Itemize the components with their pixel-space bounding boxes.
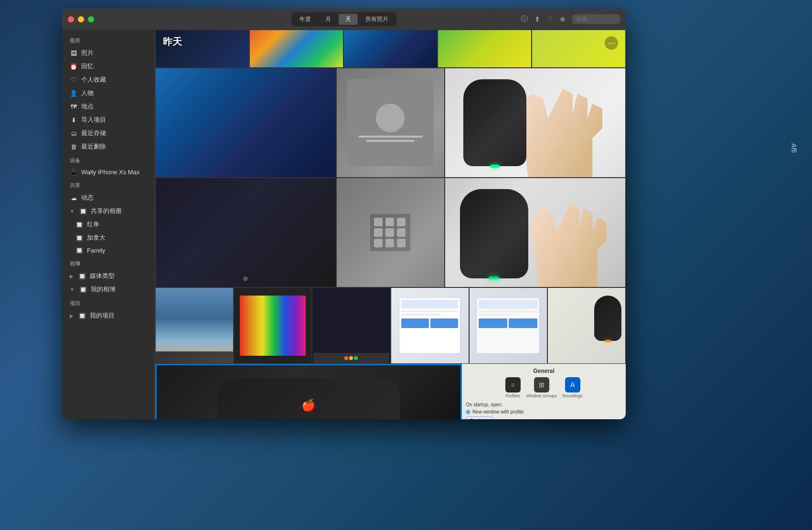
photo-mouse-large[interactable] <box>445 178 626 287</box>
panel-window-groups[interactable]: ⊞ Window Groups <box>526 377 557 398</box>
more-button[interactable]: ··· <box>605 36 618 50</box>
photo-laptop-mountain[interactable] <box>155 287 234 364</box>
sidebar-item-photos[interactable]: 🖼 照片 <box>62 46 155 60</box>
sidebar-item-label: 导入项目 <box>81 116 106 124</box>
sidebar-item-label: 红单 <box>87 220 99 229</box>
people-icon: 👤 <box>70 90 77 97</box>
panel-encodings[interactable]: A Encodings <box>563 377 583 398</box>
heart-icon[interactable]: ♡ <box>547 15 553 23</box>
fullscreen-button[interactable] <box>88 16 94 22</box>
sidebar-item-shared-albums[interactable]: ▼ 🔲 共享的相册 <box>62 204 155 218</box>
grid-row-top <box>155 30 626 68</box>
profile-select[interactable]: Basic <box>466 416 493 419</box>
photo-numpad-device[interactable] <box>336 178 445 287</box>
sidebar-item-label: 地点 <box>81 102 94 111</box>
canada-icon: 🔲 <box>75 234 83 242</box>
section-title-projects: 项目 <box>62 296 155 309</box>
grid-row-3 <box>155 178 626 287</box>
sidebar-item-family[interactable]: 🔲 Family <box>62 244 155 256</box>
shared-albums-icon: 🔲 <box>79 208 87 215</box>
sidebar-item-activity[interactable]: ☁ 动态 <box>62 191 155 204</box>
section-title-albums: 相簿 <box>62 256 155 269</box>
photo-macbook-desktop[interactable] <box>312 287 390 364</box>
photo-phone-contacts[interactable] <box>336 68 445 178</box>
share-icon[interactable]: ⬆ <box>534 15 540 23</box>
sidebar: 图库 🖼 照片 ⏰ 回忆 ♡ 个人收藏 👤 人物 🗺 地点 ⬇ <box>62 30 155 419</box>
sidebar-item-deleted[interactable]: 🗑 最近删除 <box>62 140 155 153</box>
expand-media-arrow-icon: ▶ <box>70 274 74 279</box>
main-window: 年度 月 天 所有照片 ⓘ ⬆ ♡ ⊕ 图库 🖼 照片 ⏰ 回忆 <box>62 9 626 419</box>
red-list-icon: 🔲 <box>75 221 83 228</box>
panel-profiles[interactable]: ≡ Profiles <box>505 377 521 398</box>
sidebar-item-label: Family <box>87 247 105 254</box>
search-input[interactable] <box>572 14 620 24</box>
photos-icon: 🖼 <box>70 50 77 57</box>
grid-row-bottom: 🍎 General ≡ Profiles <box>155 364 626 419</box>
toolbar-tabs: 年度 月 天 所有照片 <box>291 12 396 26</box>
favorites-icon: ♡ <box>70 76 77 84</box>
sidebar-item-label: 我的项目 <box>90 311 115 320</box>
sidebar-item-label: 媒体类型 <box>90 272 115 280</box>
sidebar-item-my-projects[interactable]: ▶ 🔲 我的项目 <box>62 309 155 322</box>
deleted-icon: 🗑 <box>70 143 77 150</box>
sidebar-item-red-list[interactable]: 🔲 红单 <box>62 218 155 231</box>
expand-projects-arrow-icon: ▶ <box>70 313 74 318</box>
photo-mouse-hand[interactable] <box>445 68 626 178</box>
sidebar-item-label: 我的相簿 <box>91 285 116 294</box>
expand-arrow-icon: ▼ <box>70 209 75 214</box>
sidebar-item-favorites[interactable]: ♡ 个人收藏 <box>62 73 155 86</box>
sidebar-item-my-albums[interactable]: ▼ 🔲 我的相簿 <box>62 283 155 296</box>
panel-title: General <box>466 368 622 374</box>
section-title-devices: 设备 <box>62 153 155 166</box>
sidebar-item-memories[interactable]: ⏰ 回忆 <box>62 60 155 73</box>
sidebar-item-canada[interactable]: 🔲 加拿大 <box>62 231 155 244</box>
photo-thumb-2[interactable] <box>249 30 343 68</box>
radio-new-window[interactable] <box>466 410 470 414</box>
photo-ipad-white-2[interactable] <box>469 287 547 364</box>
date-label: 昨天 <box>163 35 182 48</box>
photo-keyboard-mouse[interactable] <box>547 287 626 364</box>
sidebar-item-media-types[interactable]: ▶ 🔲 媒体类型 <box>62 269 155 283</box>
photo-ipad-white[interactable] <box>391 287 469 364</box>
photo-dark-wallpaper[interactable] <box>155 178 336 287</box>
sidebar-item-people[interactable]: 👤 人物 <box>62 86 155 100</box>
sidebar-item-import[interactable]: ⬇ 导入项目 <box>62 113 155 127</box>
toolbar-icons: ⓘ ⬆ ♡ ⊕ <box>521 14 620 24</box>
sidebar-item-recent[interactable]: 🗂 最近存储 <box>62 127 155 140</box>
photo-thumb-4[interactable] <box>438 30 532 68</box>
sidebar-item-label: 照片 <box>81 49 94 57</box>
sidebar-item-label: 回忆 <box>81 62 94 71</box>
import-icon: ⬇ <box>70 117 77 124</box>
expand-albums-arrow-icon: ▼ <box>70 287 75 292</box>
iphone-icon: 📱 <box>70 169 77 176</box>
terminal-panel[interactable]: General ≡ Profiles ⊞ Window Groups <box>462 364 626 419</box>
section-title-shared: 共享 <box>62 178 155 191</box>
photo-grid: 昨天 ··· <box>155 30 626 419</box>
tab-day[interactable]: 天 <box>339 14 358 25</box>
family-icon: 🔲 <box>75 247 83 254</box>
recent-icon: 🗂 <box>70 130 77 137</box>
tab-month[interactable]: 月 <box>319 14 338 25</box>
sidebar-item-iphone[interactable]: 📱 Wally iPhone Xs Max <box>62 166 155 178</box>
photo-apple-device-bottom[interactable]: 🍎 <box>155 364 462 419</box>
sidebar-item-label: 共享的相册 <box>91 207 122 215</box>
sidebar-item-label: 最近存储 <box>81 129 106 138</box>
close-button[interactable] <box>68 16 74 22</box>
places-icon: 🗺 <box>70 103 77 110</box>
my-projects-icon: 🔲 <box>78 312 86 319</box>
tab-year[interactable]: 年度 <box>293 14 318 25</box>
sidebar-item-places[interactable]: 🗺 地点 <box>62 100 155 113</box>
activity-icon: ☁ <box>70 194 77 201</box>
sidebar-item-label: 加拿大 <box>87 233 106 242</box>
photo-blue-wallpaper[interactable] <box>155 68 336 178</box>
my-albums-icon: 🔲 <box>79 286 87 293</box>
startup-label: On startup, open: <box>466 402 502 407</box>
photo-screen-colorful[interactable] <box>234 287 312 364</box>
photo-thumb-3[interactable] <box>343 30 438 68</box>
info-icon[interactable]: ⓘ <box>521 15 528 23</box>
minimize-button[interactable] <box>78 16 84 22</box>
sidebar-item-label: 动态 <box>81 193 94 202</box>
tab-all[interactable]: 所有照片 <box>359 14 395 25</box>
badge-icon[interactable]: ⊕ <box>560 15 566 23</box>
sidebar-item-label: 人物 <box>81 89 94 97</box>
